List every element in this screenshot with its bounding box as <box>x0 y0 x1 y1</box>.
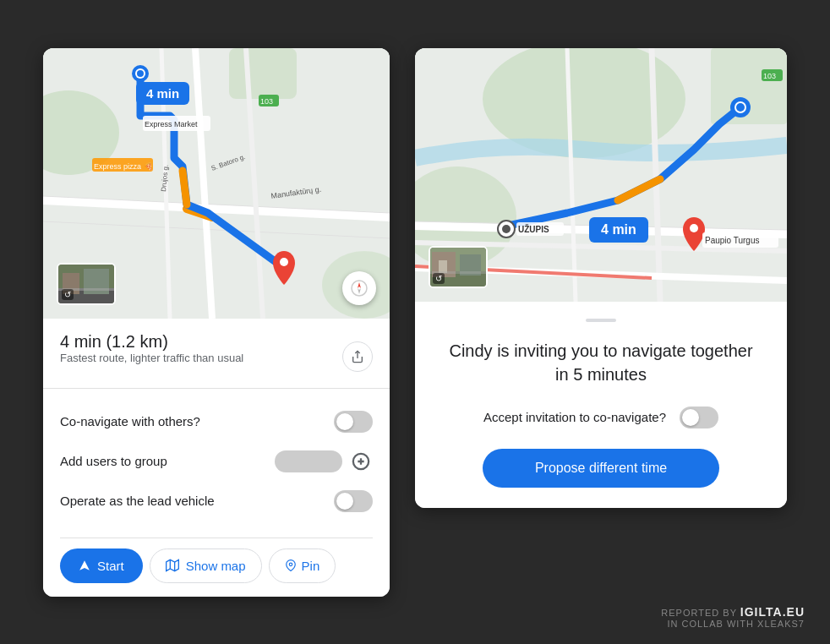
svg-marker-31 <box>358 288 361 294</box>
show-map-button[interactable]: Show map <box>150 548 262 583</box>
pin-button[interactable]: Pin <box>269 548 336 583</box>
divider-1 <box>43 388 390 389</box>
co-navigate-toggle[interactable] <box>334 411 373 433</box>
svg-marker-36 <box>79 560 90 570</box>
svg-marker-37 <box>166 559 178 570</box>
svg-text:Express pizza 🍕: Express pizza 🍕 <box>94 161 154 172</box>
lead-vehicle-label: Operate as the lead vehicle <box>60 494 215 508</box>
refresh-icon: ↺ <box>62 289 74 300</box>
co-navigate-label: Co-navigate with others? <box>60 414 200 428</box>
right-invitation-card: 103 Paupio Turgus UŽUPIS 4 min <box>415 48 787 508</box>
drag-indicator <box>586 319 616 322</box>
right-map-area: 103 Paupio Turgus UŽUPIS 4 min <box>415 48 787 302</box>
start-button[interactable]: Start <box>60 548 143 583</box>
svg-text:Express Market: Express Market <box>145 120 198 128</box>
svg-rect-2 <box>229 48 297 99</box>
svg-point-12 <box>137 70 144 77</box>
right-street-view-thumbnail[interactable]: ↺ <box>429 246 488 288</box>
svg-rect-69 <box>439 260 447 273</box>
footer-prefix: REPORTED BY <box>661 608 740 618</box>
left-navigation-card: Manufaktūrų g. Drujos g. S. Batoro g. Ex… <box>43 48 390 597</box>
right-refresh-icon: ↺ <box>433 273 445 284</box>
left-card-body: 4 min (1.2 km) Fastest route, lighter tr… <box>43 319 390 597</box>
footer: REPORTED BY IGILTA.EU IN COLLAB WITH XLE… <box>661 605 805 629</box>
footer-brand: IGILTA.EU <box>740 605 805 619</box>
svg-point-56 <box>736 103 745 112</box>
accept-toggle[interactable] <box>680 407 718 428</box>
lead-vehicle-row: Operate as the lead vehicle <box>60 482 373 521</box>
left-map-area: Manufaktūrų g. Drujos g. S. Batoro g. Ex… <box>43 48 390 319</box>
route-summary: 4 min (1.2 km) Fastest route, lighter tr… <box>60 332 373 381</box>
street-view-thumbnail[interactable]: ↺ <box>57 263 116 305</box>
bottom-actions: Start Show map Pin <box>60 538 373 583</box>
route-title: 4 min (1.2 km) <box>60 332 243 352</box>
add-users-button[interactable] <box>349 450 373 473</box>
svg-text:103: 103 <box>763 72 776 80</box>
svg-marker-30 <box>358 282 361 288</box>
svg-point-14 <box>280 258 288 266</box>
svg-point-58 <box>690 224 698 232</box>
accept-label: Accept invitation to co-navigate? <box>483 410 666 424</box>
route-time-badge-right: 4 min <box>589 217 648 243</box>
svg-point-62 <box>502 225 511 233</box>
svg-text:Paupio Turgus: Paupio Turgus <box>705 236 760 245</box>
route-time-badge-left: 4 min <box>136 82 189 105</box>
lead-vehicle-toggle[interactable] <box>334 490 373 512</box>
accept-row: Accept invitation to co-navigate? <box>440 407 762 428</box>
footer-line-2: IN COLLAB WITH XLEAKS7 <box>661 619 805 629</box>
invite-title: Cindy is inviting you to navigate togeth… <box>440 339 762 386</box>
route-subtitle: Fastest route, lighter traffic than usua… <box>60 352 243 364</box>
share-button[interactable] <box>342 341 373 372</box>
add-users-label: Add users to group <box>60 454 167 468</box>
svg-point-40 <box>289 563 292 566</box>
add-users-controls <box>275 450 373 473</box>
propose-time-button[interactable]: Propose different time <box>483 449 719 488</box>
svg-text:UŽUPIS: UŽUPIS <box>518 224 549 234</box>
footer-line-1: REPORTED BY IGILTA.EU <box>661 605 805 619</box>
add-users-pill <box>275 450 342 472</box>
svg-text:103: 103 <box>260 97 273 106</box>
right-card-body: Cindy is inviting you to navigate togeth… <box>415 302 787 508</box>
add-users-row: Add users to group <box>60 441 373 482</box>
compass-button[interactable] <box>342 271 376 305</box>
co-navigate-row: Co-navigate with others? <box>60 402 373 441</box>
